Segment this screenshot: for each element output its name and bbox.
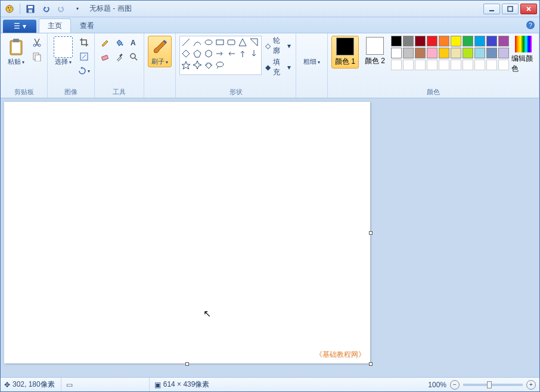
palette-swatch[interactable] xyxy=(463,48,473,58)
palette-swatch[interactable] xyxy=(391,48,402,58)
maximize-button[interactable] xyxy=(502,4,519,14)
tab-home[interactable]: 主页 xyxy=(39,18,71,33)
edit-colors-button[interactable]: 编辑颜色 xyxy=(511,36,535,74)
group-clipboard: 粘贴 剪贴板 xyxy=(1,33,48,98)
rotate-icon[interactable] xyxy=(77,64,91,77)
ribbon: 粘贴 剪贴板 选择 图像 A xyxy=(1,33,539,98)
palette-swatch[interactable] xyxy=(391,60,402,70)
palette-swatch[interactable] xyxy=(474,60,485,70)
svg-marker-26 xyxy=(250,39,257,46)
bucket-icon[interactable] xyxy=(113,36,126,49)
svg-rect-23 xyxy=(216,40,224,45)
palette-swatch[interactable] xyxy=(498,36,509,46)
palette-swatch[interactable] xyxy=(486,60,497,70)
text-icon[interactable]: A xyxy=(127,36,140,49)
palette-swatch[interactable] xyxy=(427,36,437,46)
palette-swatch[interactable] xyxy=(439,48,449,58)
help-icon[interactable]: ? xyxy=(526,21,535,29)
svg-marker-30 xyxy=(182,61,190,69)
palette-swatch[interactable] xyxy=(451,36,461,46)
magnifier-icon[interactable] xyxy=(127,50,140,63)
palette-swatch[interactable] xyxy=(474,36,485,46)
status-bar: ✥ 302, 180像素 ▭ ▣ 614 × 439像素 100% − + xyxy=(1,377,539,391)
zoom-thumb[interactable] xyxy=(487,381,492,388)
stroke-width-button[interactable]: 粗细 xyxy=(300,36,324,67)
group-image: 选择 图像 xyxy=(48,33,95,98)
select-rect-icon xyxy=(54,36,73,58)
minimize-button[interactable] xyxy=(483,4,500,14)
stroke-icon xyxy=(302,38,321,57)
svg-point-21 xyxy=(131,54,135,58)
qat-customize-icon[interactable] xyxy=(70,2,83,15)
svg-rect-15 xyxy=(35,55,41,61)
canvas-handle-bottom[interactable] xyxy=(185,362,189,366)
color2-button[interactable]: 颜色 2 xyxy=(361,36,389,67)
svg-point-17 xyxy=(122,44,123,46)
status-selection: ▭ xyxy=(66,378,150,391)
palette-swatch[interactable] xyxy=(486,36,497,46)
resize-icon[interactable] xyxy=(77,50,91,63)
group-stroke: 粗细 xyxy=(296,33,328,98)
color1-button[interactable]: 颜色 1 xyxy=(331,36,359,69)
title-bar: 无标题 - 画图 xyxy=(1,1,539,17)
crop-icon[interactable] xyxy=(77,36,91,49)
cut-icon[interactable] xyxy=(30,36,44,49)
app-icon[interactable] xyxy=(3,2,16,15)
svg-point-13 xyxy=(38,44,41,46)
workspace[interactable]: 《基础教程网》 ↖ xyxy=(1,98,539,377)
zoom-in-button[interactable]: + xyxy=(526,380,536,390)
redo-icon[interactable] xyxy=(55,2,68,15)
svg-point-22 xyxy=(205,40,212,45)
save-icon[interactable] xyxy=(24,2,37,15)
palette-swatch[interactable] xyxy=(427,60,437,70)
select-button[interactable]: 选择 xyxy=(51,36,75,67)
palette-swatch[interactable] xyxy=(403,60,414,70)
palette-swatch[interactable] xyxy=(463,60,473,70)
eyedropper-icon[interactable] xyxy=(113,50,126,63)
brush-icon xyxy=(150,38,169,57)
pencil-icon[interactable] xyxy=(98,36,111,49)
outline-icon: ◇ xyxy=(265,42,271,50)
palette-swatch[interactable] xyxy=(498,60,509,70)
close-button[interactable] xyxy=(520,4,537,14)
eraser-icon[interactable] xyxy=(98,50,111,63)
watermark-text: 《基础教程网》 xyxy=(315,350,365,360)
canvas-handle-right[interactable] xyxy=(369,231,373,235)
paste-button[interactable]: 粘贴 xyxy=(4,36,28,67)
canvas-handle-corner[interactable] xyxy=(369,362,373,366)
palette-swatch[interactable] xyxy=(415,36,426,46)
palette-swatch[interactable] xyxy=(439,60,449,70)
palette-swatch[interactable] xyxy=(439,36,449,46)
tab-view[interactable]: 查看 xyxy=(71,18,103,33)
file-menu-button[interactable]: ☰▾ xyxy=(3,20,36,33)
shapes-gallery[interactable] xyxy=(179,36,262,75)
undo-icon[interactable] xyxy=(39,2,52,15)
palette-swatch[interactable] xyxy=(403,48,414,58)
zoom-out-button[interactable]: − xyxy=(450,380,460,390)
svg-marker-31 xyxy=(193,61,201,69)
palette-swatch[interactable] xyxy=(427,48,437,58)
svg-point-0 xyxy=(6,5,13,13)
canvas[interactable]: 《基础教程网》 xyxy=(4,102,370,363)
zoom-control: 100% − + xyxy=(428,380,536,390)
position-icon: ✥ xyxy=(4,381,10,389)
svg-point-12 xyxy=(33,44,36,46)
palette-swatch[interactable] xyxy=(403,36,414,46)
brush-button[interactable]: 刷子 xyxy=(148,36,172,67)
palette-swatch[interactable] xyxy=(463,36,473,46)
palette-swatch[interactable] xyxy=(415,48,426,58)
shape-outline-button[interactable]: ◇轮廓▾ xyxy=(264,36,292,56)
svg-marker-29 xyxy=(206,50,212,57)
svg-point-2 xyxy=(10,7,11,8)
palette-swatch[interactable] xyxy=(391,36,402,46)
shape-fill-button[interactable]: ◆填充▾ xyxy=(264,57,292,77)
palette-swatch[interactable] xyxy=(498,48,509,58)
palette-swatch[interactable] xyxy=(486,48,497,58)
palette-swatch[interactable] xyxy=(415,60,426,70)
palette-swatch[interactable] xyxy=(451,60,461,70)
copy-icon[interactable] xyxy=(30,50,44,63)
zoom-slider[interactable] xyxy=(463,384,523,386)
palette-swatch[interactable] xyxy=(451,48,461,58)
group-tools: A 工具 xyxy=(95,33,144,98)
palette-swatch[interactable] xyxy=(474,48,485,58)
